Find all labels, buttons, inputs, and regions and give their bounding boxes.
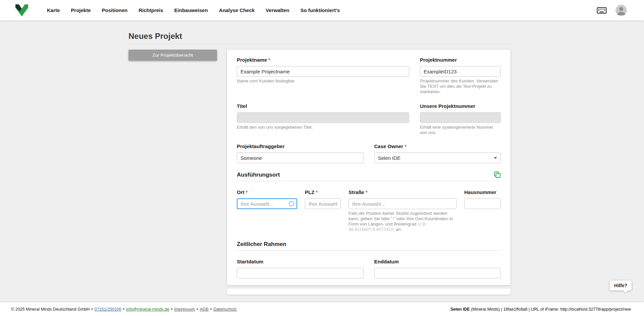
ort-label-text: Ort (237, 189, 245, 195)
chevron-down-icon (494, 157, 497, 159)
case-owner-select[interactable]: Selen IDE (374, 152, 501, 163)
footer-separator: • (123, 307, 124, 312)
projektnummer-helper: Projektnummer des Kunden. Verwenden Sie … (420, 78, 501, 94)
user-avatar[interactable] (615, 5, 627, 16)
section-zeitlicher-rahmen: Zeitlicher Rahmen (237, 241, 501, 251)
nav-right-actions (597, 5, 627, 16)
field-case-owner: Case Owner* Selen IDE (374, 143, 501, 163)
form-row-titel-unserenummer: Titel Erhält den von uns vorgegebenen Ti… (237, 103, 501, 135)
projektname-input[interactable] (237, 66, 409, 77)
required-asterisk: * (246, 189, 248, 195)
projektname-helper: Name vom Kunden festlegbar (237, 78, 409, 84)
case-owner-selected-value: Selen IDE (378, 155, 401, 161)
nav-item-richtpreis[interactable]: Richtpreis (139, 7, 163, 13)
plz-label-text: PLZ (305, 189, 314, 195)
footer-separator: • (197, 307, 198, 312)
top-navigation: Karte Projekte Positionen Richtpreis Ein… (0, 0, 644, 20)
nav-item-positionen[interactable]: Positionen (102, 7, 128, 13)
plz-input[interactable] (305, 198, 341, 209)
content-container: Neues Projekt Zur Projektübersicht Proje… (128, 20, 511, 295)
form-row-auftraggeber-owner: Projektauftraggeber Case Owner* Selen ID… (237, 143, 501, 163)
field-enddatum: Enddatum (374, 259, 501, 278)
enddatum-input[interactable] (374, 268, 501, 278)
mineral-minds-logo-icon (15, 4, 29, 17)
footer: © 2025 Mineral Minds Deutschland GmbH • … (0, 302, 644, 316)
nav-item-einbauweisen[interactable]: Einbauweisen (174, 7, 208, 13)
titel-input (237, 112, 409, 123)
strasse-helper: Falls die Position keiner Straße zugeord… (348, 211, 457, 232)
field-hausnummer: Hausnummer (464, 189, 501, 232)
projektname-label: Projektname* (237, 57, 409, 63)
content-row: Zur Projektübersicht Projektname* Name v… (128, 50, 511, 285)
zeitlicher-rahmen-heading: Zeitlicher Rahmen (237, 241, 286, 248)
enddatum-label: Enddatum (374, 259, 501, 264)
strasse-helper-main: Falls die Position keiner Straße zugeord… (348, 211, 453, 227)
form-row-dates: Startdatum Enddatum (237, 259, 501, 278)
next-card-partial (227, 289, 511, 295)
required-asterisk: * (366, 189, 368, 195)
copy-icon[interactable] (494, 171, 501, 178)
unsere-projektnummer-input (420, 112, 501, 123)
ort-input[interactable] (237, 198, 297, 209)
footer-session-info: Selen IDE (Mineral Minds) | 16fae1ffc6a6… (450, 307, 631, 312)
ausfuehrungsort-heading: Ausführungsort (237, 172, 280, 178)
hausnummer-label: Hausnummer (464, 189, 501, 195)
required-asterisk: * (268, 57, 270, 63)
footer-impressum-link[interactable]: Impressum (174, 307, 195, 312)
brand-logo[interactable] (15, 4, 29, 17)
unsere-projektnummer-label: Unsere Projektnummer (420, 103, 501, 109)
nav-item-analyse-check[interactable]: Analyse Check (219, 7, 255, 13)
field-ort: Ort* (237, 189, 297, 232)
loading-spinner-icon (289, 201, 294, 206)
footer-separator: • (91, 307, 93, 312)
main-menu: Karte Projekte Positionen Richtpreis Ein… (47, 7, 340, 13)
startdatum-input[interactable] (237, 268, 364, 278)
footer-separator: • (171, 307, 172, 312)
section-ausfuehrungsort: Ausführungsort (237, 171, 501, 181)
footer-email-link[interactable]: info@mineral-minds.de (126, 307, 169, 312)
projektnummer-input[interactable] (420, 66, 501, 77)
projektauftraggeber-input[interactable] (237, 152, 364, 163)
keyboard-icon[interactable] (597, 6, 607, 14)
projektnummer-label: Projektnummer (420, 57, 501, 63)
hausnummer-input[interactable] (464, 198, 501, 209)
session-user: Selen IDE (450, 307, 470, 312)
ort-input-wrap (237, 198, 297, 209)
required-asterisk: * (316, 189, 318, 195)
titel-label: Titel (237, 103, 409, 109)
strasse-input[interactable] (348, 198, 457, 209)
field-strasse: Straße* Falls die Position keiner Straße… (348, 189, 457, 232)
form-row-address: Ort* PLZ* Straße* Falls die Position k (237, 189, 501, 232)
form-row-name-number: Projektname* Name vom Kunden festlegbar … (237, 57, 501, 94)
session-details: (Mineral Minds) | 16fae1ffc6a6 | URL of … (470, 307, 631, 312)
nav-item-projekte[interactable]: Projekte (71, 7, 91, 13)
field-projektauftraggeber: Projektauftraggeber (237, 143, 364, 163)
unsere-projektnummer-helper: Erhält eine systemgenerierte Nummer von … (420, 125, 501, 135)
field-titel: Titel Erhält den von uns vorgegebenen Ti… (237, 103, 409, 135)
required-asterisk: * (405, 143, 407, 149)
footer-datenschutz-link[interactable]: Datenschutz (213, 307, 236, 312)
field-unsere-projektnummer: Unsere Projektnummer Erhält eine systemg… (420, 103, 501, 135)
case-owner-label: Case Owner* (374, 143, 501, 149)
back-to-project-overview-button[interactable]: Zur Projektübersicht (128, 50, 217, 61)
footer-agb-link[interactable]: AGB (200, 307, 208, 312)
projektname-label-text: Projektname (237, 57, 267, 63)
copyright-text: © 2025 Mineral Minds Deutschland GmbH (11, 307, 90, 312)
startdatum-label: Startdatum (237, 259, 364, 264)
footer-left: © 2025 Mineral Minds Deutschland GmbH • … (11, 307, 237, 312)
field-projektnummer: Projektnummer Projektnummer des Kunden. … (420, 57, 501, 94)
help-button[interactable]: Hilfe? (610, 280, 632, 291)
nav-item-verwalten[interactable]: Verwalten (266, 7, 289, 13)
plz-label: PLZ* (305, 189, 341, 195)
page-title: Neues Projekt (128, 31, 511, 44)
strasse-label: Straße* (348, 189, 457, 195)
strasse-helper-suffix: an. (394, 227, 402, 232)
new-project-form-card: Projektname* Name vom Kunden festlegbar … (227, 50, 511, 285)
strasse-label-text: Straße (348, 189, 364, 195)
nav-item-so-funktionierts[interactable]: So funktioniert's (300, 7, 340, 13)
footer-phone-link[interactable]: 07151/250100 (95, 307, 121, 312)
field-startdatum: Startdatum (237, 259, 364, 278)
projektauftraggeber-label: Projektauftraggeber (237, 143, 364, 149)
nav-item-karte[interactable]: Karte (47, 7, 60, 13)
footer-separator: • (210, 307, 212, 312)
